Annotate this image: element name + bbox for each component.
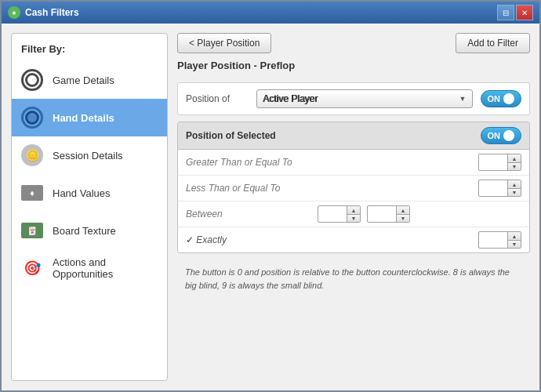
title-bar: ♠ Cash Filters ⊟ ✕ xyxy=(2,2,539,24)
section-title: Player Position - Preflop xyxy=(177,60,530,71)
exactly-spinner[interactable]: 1 ▲ ▼ xyxy=(478,231,521,249)
sidebar-item-actions-opportunities[interactable]: 🎯 Actions and Opportunities xyxy=(12,249,167,287)
between-input1[interactable]: 0 xyxy=(318,207,347,221)
close-button[interactable]: ✕ xyxy=(516,5,533,20)
greater-than-up[interactable]: ▲ xyxy=(508,154,521,162)
add-to-filter-button[interactable]: Add to Filter xyxy=(456,33,530,53)
greater-than-down[interactable]: ▼ xyxy=(508,162,521,170)
pos-toggle-circle xyxy=(503,130,514,141)
between-spin-btns1: ▲ ▼ xyxy=(347,206,360,222)
pos-selected-toggle[interactable]: ON xyxy=(481,127,522,144)
hand-values-label: Hand Values xyxy=(53,187,110,199)
actions-icon: 🎯 xyxy=(20,256,45,281)
pos-selected-title: Position of Selected xyxy=(186,130,276,141)
between-down1[interactable]: ▼ xyxy=(347,214,360,222)
sidebar-item-hand-values[interactable]: ♦ Hand Values xyxy=(12,174,167,212)
board-texture-label: Board Texture xyxy=(53,225,116,237)
app-icon: ♠ xyxy=(8,6,20,19)
between-down2[interactable]: ▼ xyxy=(397,214,409,222)
top-bar: < Player Position Add to Filter xyxy=(177,33,530,53)
sidebar-item-hand-details[interactable]: Hand Details xyxy=(12,99,167,136)
less-than-row: Less Than or Equal To 9 ▲ ▼ xyxy=(178,176,529,201)
less-than-spinner[interactable]: 9 ▲ ▼ xyxy=(478,180,521,197)
position-select-wrapper: Active Player Active Player xyxy=(256,89,473,108)
main-panel: < Player Position Add to Filter Player P… xyxy=(177,33,530,381)
sidebar-item-session-details[interactable]: 🪙 Session Details xyxy=(12,136,167,174)
pos-toggle-label: ON xyxy=(488,131,501,140)
hand-details-label: Hand Details xyxy=(53,112,114,124)
greater-than-spinner[interactable]: 0 ▲ ▼ xyxy=(478,154,521,171)
game-details-label: Game Details xyxy=(53,74,114,86)
window-title: Cash Filters xyxy=(25,7,79,18)
less-than-spin-btns: ▲ ▼ xyxy=(507,180,521,196)
board-texture-icon: 🃏 xyxy=(20,218,45,243)
between-spin-btns2: ▲ ▼ xyxy=(396,206,409,222)
session-details-label: Session Details xyxy=(53,150,123,162)
exactly-row: Exactly 1 ▲ ▼ xyxy=(178,227,529,252)
content-area: Filter By: Game Details Hand Details 🪙 S… xyxy=(2,24,539,390)
position-of-row: Position of Active Player Active Player … xyxy=(177,82,530,115)
greater-than-input[interactable]: 0 xyxy=(479,155,507,169)
greater-than-spin-btns: ▲ ▼ xyxy=(507,154,521,170)
position-toggle[interactable]: ON xyxy=(481,90,522,107)
note-text: The button is 0 and position is relative… xyxy=(177,260,530,298)
exactly-label: Exactly xyxy=(186,234,311,245)
filter-by-label: Filter By: xyxy=(12,40,167,61)
between-label: Between xyxy=(186,209,311,220)
session-details-icon: 🪙 xyxy=(20,143,45,168)
between-spinner2[interactable]: 9 ▲ ▼ xyxy=(367,205,410,223)
less-than-label: Less Than or Equal To xyxy=(186,183,311,194)
title-bar-left: ♠ Cash Filters xyxy=(8,6,79,19)
less-than-up[interactable]: ▲ xyxy=(508,180,521,188)
exactly-input[interactable]: 1 xyxy=(479,233,507,247)
window-controls: ⊟ ✕ xyxy=(497,5,533,20)
hand-values-icon: ♦ xyxy=(20,180,45,205)
greater-than-label: Greater Than or Equal To xyxy=(186,157,311,168)
pos-selected-header: Position of Selected ON xyxy=(178,122,529,150)
pos-selected-body: Greater Than or Equal To 0 ▲ ▼ Less Tha xyxy=(178,150,529,252)
sidebar: Filter By: Game Details Hand Details 🪙 S… xyxy=(11,33,168,381)
position-of-selected-box: Position of Selected ON Greater Than or … xyxy=(177,122,530,253)
toggle-circle xyxy=(503,93,514,104)
cash-filters-window: ♠ Cash Filters ⊟ ✕ Filter By: Game Detai… xyxy=(0,0,541,392)
sidebar-item-board-texture[interactable]: 🃏 Board Texture xyxy=(12,212,167,249)
exactly-spin-btns: ▲ ▼ xyxy=(507,232,521,248)
sidebar-item-game-details[interactable]: Game Details xyxy=(12,61,167,99)
less-than-input[interactable]: 9 xyxy=(479,181,507,195)
toggle-label: ON xyxy=(488,94,501,103)
back-button[interactable]: < Player Position xyxy=(177,33,271,53)
position-of-label: Position of xyxy=(186,93,249,104)
between-spinner1[interactable]: 0 ▲ ▼ xyxy=(318,205,361,223)
maximize-button[interactable]: ⊟ xyxy=(497,5,514,20)
greater-than-row: Greater Than or Equal To 0 ▲ ▼ xyxy=(178,150,529,176)
between-row: Between 0 ▲ ▼ 9 ▲ ▼ xyxy=(178,201,529,227)
less-than-down[interactable]: ▼ xyxy=(508,188,521,196)
hand-details-icon xyxy=(20,105,45,130)
between-input2[interactable]: 9 xyxy=(368,207,396,221)
actions-opportunities-label: Actions and Opportunities xyxy=(53,256,159,280)
between-up2[interactable]: ▲ xyxy=(397,206,409,214)
position-select[interactable]: Active Player xyxy=(256,89,473,108)
between-up1[interactable]: ▲ xyxy=(347,206,360,214)
exactly-down[interactable]: ▼ xyxy=(508,240,521,248)
exactly-up[interactable]: ▲ xyxy=(508,232,521,240)
game-details-icon xyxy=(20,67,45,93)
